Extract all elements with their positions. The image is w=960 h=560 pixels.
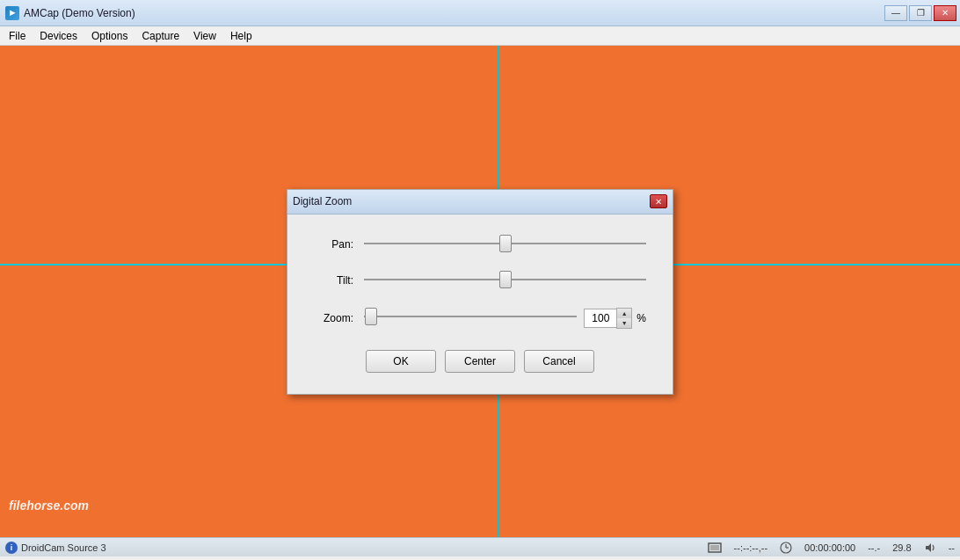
app-icon: ▶	[5, 6, 19, 20]
svg-marker-5	[926, 543, 931, 552]
timecode: 00:00:00:00	[804, 542, 855, 553]
window-title: AMCap (Demo Version)	[24, 7, 135, 19]
tilt-row: Tilt:	[314, 272, 646, 290]
zoom-value-box: 100 ▲ ▼ %	[584, 308, 646, 329]
camera-preview: filehorse.com Digital Zoom ✕ Pan:	[0, 46, 960, 537]
zoom-slider[interactable]	[364, 309, 577, 324]
pan-row: Pan:	[314, 236, 646, 254]
dialog-title: Digital Zoom	[293, 195, 352, 207]
source-label: DroidCam Source 3	[21, 542, 106, 553]
titlebar-buttons: — ❐ ✕	[884, 5, 956, 21]
zoom-row: Zoom: 100 ▲ ▼ %	[314, 308, 646, 329]
dialog-content: Pan: Tilt: Zoom:	[287, 215, 673, 394]
zoom-up-button[interactable]: ▲	[617, 309, 631, 318]
dialog-overlay: Digital Zoom ✕ Pan: Tilt:	[0, 46, 960, 537]
volume-dashes: --	[949, 542, 955, 553]
timecode-dots: --:--:--,--	[734, 542, 767, 553]
minimize-button[interactable]: —	[884, 5, 907, 21]
pan-slider[interactable]	[364, 236, 646, 251]
digital-zoom-dialog: Digital Zoom ✕ Pan: Tilt:	[287, 189, 673, 395]
volume-icon	[924, 541, 936, 553]
titlebar: ▶ AMCap (Demo Version) — ❐ ✕	[0, 0, 960, 26]
timecode-dots2: --.-	[868, 542, 880, 553]
menu-devices[interactable]: Devices	[33, 28, 84, 44]
pan-slider-container	[364, 236, 646, 254]
clock-icon	[780, 541, 792, 553]
cancel-button[interactable]: Cancel	[524, 350, 594, 373]
menu-options[interactable]: Options	[84, 28, 135, 44]
dialog-buttons: OK Center Cancel	[314, 350, 646, 376]
menu-help[interactable]: Help	[223, 28, 259, 44]
menu-view[interactable]: View	[186, 28, 223, 44]
tilt-slider[interactable]	[364, 272, 646, 287]
svg-rect-1	[710, 545, 719, 550]
statusbar-left: i DroidCam Source 3	[5, 542, 106, 554]
pan-label: Pan:	[314, 238, 353, 251]
resolution-indicator	[708, 542, 722, 553]
statusbar-right: --:--:--,-- 00:00:00:00 --.- 29.8 --	[708, 541, 955, 553]
tilt-label: Tilt:	[314, 274, 353, 287]
ok-button[interactable]: OK	[366, 350, 436, 373]
menu-capture[interactable]: Capture	[135, 28, 186, 44]
statusbar: i DroidCam Source 3 --:--:--,-- 00:00:00…	[0, 537, 960, 556]
zoom-number-display: 100	[584, 309, 617, 328]
close-button[interactable]: ✕	[934, 5, 956, 21]
maximize-button[interactable]: ❐	[909, 5, 932, 21]
zoom-down-button[interactable]: ▼	[617, 318, 631, 328]
fps-display: 29.8	[892, 542, 911, 553]
dialog-close-button[interactable]: ✕	[650, 194, 667, 208]
menubar: File Devices Options Capture View Help	[0, 26, 960, 46]
menu-file[interactable]: File	[2, 28, 33, 44]
tilt-slider-container	[364, 272, 646, 290]
center-button[interactable]: Center	[445, 350, 515, 373]
dialog-titlebar: Digital Zoom ✕	[287, 190, 673, 215]
zoom-percent-label: %	[636, 312, 646, 324]
zoom-spinners: ▲ ▼	[616, 308, 632, 329]
titlebar-left: ▶ AMCap (Demo Version)	[5, 6, 135, 20]
zoom-slider-container	[364, 309, 577, 327]
zoom-label: Zoom:	[314, 312, 353, 324]
info-icon: i	[5, 542, 18, 554]
